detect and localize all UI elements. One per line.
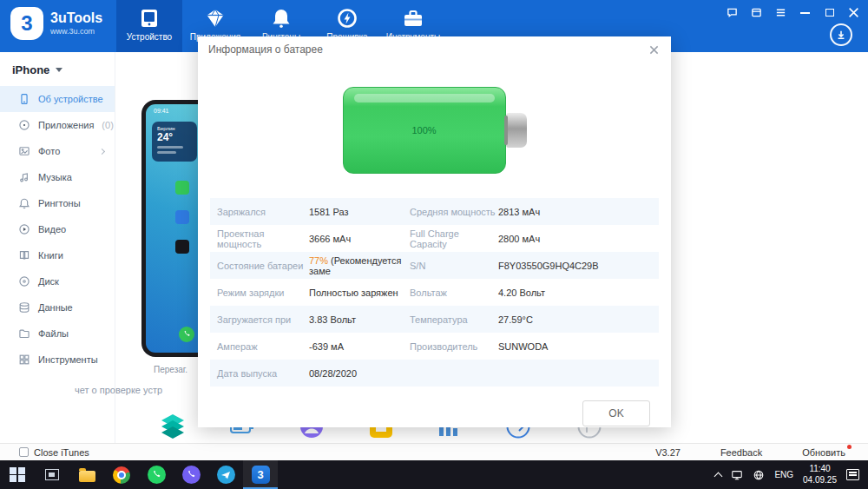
apps-count: (0) [102, 120, 113, 130]
toolbox-icon [402, 7, 424, 30]
brand-name: 3uTools [50, 11, 102, 25]
download-manager-button[interactable] [830, 23, 852, 46]
windows-taskbar: 3 ENG 11:40 04.09.25 [0, 460, 868, 489]
message-icon[interactable] [727, 7, 738, 18]
chrome-button[interactable] [104, 460, 139, 489]
verification-report-text[interactable]: чет о проверке устр [75, 385, 162, 395]
folder-icon [79, 471, 95, 482]
3utools-window: 3 3uTools www.3u.com Устройство Приложен… [0, 0, 868, 489]
feedback-link[interactable]: Feedback [720, 447, 762, 458]
phone-caption: Перезаг. [154, 365, 187, 374]
table-row: Дата выпуска 08/28/2020 [210, 360, 659, 387]
sidebar-item-books[interactable]: Книги [0, 242, 115, 268]
dialog-close-icon[interactable] [647, 43, 661, 56]
bell-icon [18, 197, 30, 209]
viber-button[interactable] [174, 460, 208, 489]
close-button[interactable] [848, 7, 859, 18]
folder-icon [18, 327, 30, 340]
device-info-icon [18, 93, 30, 105]
close-itunes-checkbox[interactable] [19, 447, 29, 457]
photo-icon [18, 145, 30, 157]
tray-expand-icon[interactable] [714, 472, 723, 480]
3utools-taskbar-button[interactable]: 3 [243, 460, 278, 489]
gem-icon [204, 7, 227, 30]
sidebar-item-disk[interactable]: Диск [0, 268, 115, 294]
weather-widget: Берлин 24° [152, 122, 197, 162]
brand: 3 3uTools www.3u.com [10, 7, 102, 40]
table-row: Загружается при 3.83 Вольт Температура 2… [210, 306, 659, 333]
telegram-icon [217, 466, 235, 484]
whatsapp-button[interactable] [139, 460, 174, 489]
display-icon[interactable] [731, 469, 743, 481]
bell-icon [270, 7, 293, 30]
whatsapp-icon [148, 466, 166, 484]
flash-icon [336, 7, 358, 30]
table-row: Ампераж -639 мА Производитель SUNWODA [210, 333, 659, 360]
network-icon[interactable] [753, 469, 765, 481]
video-icon [18, 223, 30, 235]
window-controls [727, 7, 859, 18]
disk-icon [18, 275, 30, 287]
close-itunes-label: Close iTunes [34, 447, 89, 458]
tv-app-icon [175, 240, 189, 254]
sidebar-item-about-device[interactable]: Об устройстве [0, 86, 115, 112]
battery-cap [506, 113, 527, 148]
app-status-bar: Close iTunes V3.27 Feedback Обновить [0, 443, 868, 460]
layers-icon[interactable] [160, 413, 186, 439]
viber-icon [182, 466, 201, 484]
device-selector[interactable]: iPhone [0, 52, 115, 86]
battery-graphic: 100% [343, 87, 527, 174]
tab-device[interactable]: Устройство [116, 0, 182, 52]
file-explorer-button[interactable] [69, 460, 104, 489]
windows-logo-icon [10, 467, 25, 483]
telegram-button[interactable] [208, 460, 243, 489]
download-arrow-icon [836, 30, 846, 40]
battery-percentage: 100% [411, 125, 436, 135]
table-row: Состояние батареи 77% (Рекомендуется зам… [210, 252, 659, 279]
chevron-down-icon [56, 68, 62, 72]
brand-url: www.3u.com [50, 27, 102, 36]
update-link[interactable]: Обновить [802, 447, 845, 458]
sidebar-item-music[interactable]: Музыка [0, 164, 115, 190]
chevron-right-icon [99, 148, 105, 154]
minimize-button[interactable] [799, 7, 811, 18]
dialog-title-bar: Информация о батарее [198, 36, 671, 63]
database-icon [18, 301, 30, 314]
sidebar-item-data[interactable]: Данные [0, 294, 115, 320]
facetime-app-icon [175, 181, 189, 195]
version-label: V3.27 [655, 447, 681, 458]
task-view-icon [45, 469, 59, 480]
table-row: Заряжался 1581 Раз Средняя мощность 2813… [210, 198, 659, 225]
skin-icon[interactable] [751, 7, 762, 18]
phone-app-icon [179, 327, 194, 342]
action-center-icon[interactable] [846, 469, 859, 480]
task-view-button[interactable] [35, 460, 69, 489]
table-row: Проектная мощность 3666 мАч Full Charge … [210, 225, 659, 252]
table-row: Режим зарядки Полностью заряжен Вольтаж … [210, 279, 659, 306]
maximize-button[interactable] [824, 7, 835, 18]
3utools-logo-icon: 3 [10, 7, 43, 40]
sidebar-item-photos[interactable]: Фото [0, 138, 115, 164]
mail-app-icon [175, 210, 189, 224]
taskbar-clock[interactable]: 11:40 04.09.25 [803, 464, 837, 486]
battery-stats-table: Заряжался 1581 Раз Средняя мощность 2813… [210, 198, 659, 387]
device-icon [138, 7, 161, 30]
language-indicator[interactable]: ENG [774, 470, 793, 479]
grid-icon [18, 354, 30, 366]
battery-info-dialog: Информация о батарее 100% Заряжался 1581… [198, 36, 671, 427]
sidebar-item-ringtones[interactable]: Рингтоны [0, 190, 115, 216]
start-button[interactable] [0, 460, 35, 489]
menu-icon[interactable] [775, 7, 786, 18]
3utools-icon: 3 [252, 466, 270, 484]
chrome-icon [113, 466, 130, 484]
apps-icon [18, 119, 30, 131]
phone-clock: 09:41 [154, 108, 169, 114]
ok-button[interactable]: OK [582, 400, 650, 426]
sidebar-item-apps[interactable]: Приложения (0) [0, 112, 115, 138]
sidebar-item-video[interactable]: Видео [0, 216, 115, 242]
book-icon [18, 249, 30, 261]
dialog-title: Информация о батарее [208, 43, 323, 56]
sidebar-item-files[interactable]: Файлы [0, 320, 115, 347]
update-badge [847, 445, 852, 449]
sidebar-item-tools[interactable]: Инструменты [0, 347, 115, 373]
